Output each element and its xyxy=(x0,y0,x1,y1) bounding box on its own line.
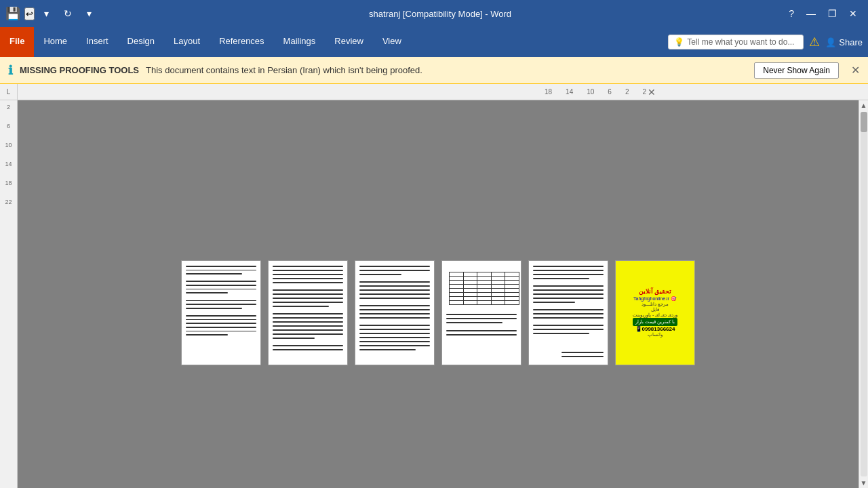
page-2[interactable] xyxy=(268,260,348,365)
dropdown-button[interactable]: ▾ xyxy=(39,7,54,20)
page-3[interactable] xyxy=(355,260,435,365)
ad-green-label: با کمترین قیمت بازار xyxy=(633,318,677,326)
main-area: 2 6 10 14 18 22 xyxy=(0,100,868,488)
ad-url: Tahghighonline.ir 🎯 xyxy=(633,296,677,302)
page-1[interactable] xyxy=(181,260,261,365)
document-area[interactable]: تحقیق آنلاین Tahghighonline.ir 🎯 مرجع دا… xyxy=(18,100,859,488)
tell-me-box[interactable]: 💡 Tell me what you want to do... xyxy=(668,35,804,49)
ruler-numbers: 18 14 10 6 2 2 ✕ xyxy=(239,88,646,96)
tab-insert[interactable]: Insert xyxy=(77,27,118,57)
ruler-corner[interactable]: L xyxy=(0,84,18,100)
ribbon: File Home Insert Design Layout Reference… xyxy=(0,27,868,57)
page-4-table xyxy=(449,272,519,305)
warning-icon: ⚠ xyxy=(809,35,820,49)
tab-layout[interactable]: Layout xyxy=(164,27,210,57)
page-6[interactable]: تحقیق آنلاین Tahghighonline.ir 🎯 مرجع دا… xyxy=(615,260,695,365)
page-2-content xyxy=(269,261,347,365)
ribbon-right: 💡 Tell me what you want to do... ⚠ 👤 Sha… xyxy=(668,27,868,57)
window-controls: ? — ❐ ✕ xyxy=(783,7,863,20)
scroll-thumb[interactable] xyxy=(861,112,867,132)
ad-text-3: وردی دی.ای - پاورپوینت xyxy=(633,312,677,318)
save-icon[interactable]: 💾 xyxy=(5,6,20,21)
tab-mailings[interactable]: Mailings xyxy=(274,27,326,57)
close-button[interactable]: ✕ xyxy=(844,7,863,20)
notification-bar: ℹ MISSING PROOFING TOOLS This document c… xyxy=(0,57,868,84)
tab-design[interactable]: Design xyxy=(118,27,164,57)
tab-file[interactable]: File xyxy=(0,27,34,57)
info-icon: ℹ xyxy=(8,63,13,78)
page-4[interactable] xyxy=(441,260,521,365)
page-3-content xyxy=(355,261,434,365)
ruler-marker: ✕ xyxy=(648,87,656,98)
pages-row: تحقیق آنلاین Tahghighonline.ir 🎯 مرجع دا… xyxy=(181,260,695,365)
ad-text-2: فایل xyxy=(651,307,659,312)
tab-references[interactable]: References xyxy=(210,27,273,57)
never-show-button[interactable]: Never Show Again xyxy=(754,62,839,79)
undo-button[interactable]: ↩ xyxy=(24,7,35,20)
tab-review[interactable]: Review xyxy=(325,27,373,57)
page-6-ad: تحقیق آنلاین Tahghighonline.ir 🎯 مرجع دا… xyxy=(616,261,694,365)
notification-message: This document contains text in Persian (… xyxy=(146,65,422,75)
vertical-ruler: 2 6 10 14 18 22 xyxy=(0,100,18,488)
ad-phone: 📱09981366624 xyxy=(635,326,675,332)
share-label: Share xyxy=(839,37,863,47)
tell-me-text: Tell me what you want to do... xyxy=(687,37,794,47)
customize-button[interactable]: ▾ xyxy=(81,7,97,20)
horizontal-ruler: 18 14 10 6 2 2 ✕ xyxy=(18,84,868,100)
lightbulb-icon: 💡 xyxy=(674,37,684,47)
help-button[interactable]: ? xyxy=(783,7,800,20)
ad-text-1: مرجع دانلـــود xyxy=(642,302,669,307)
page-1-content xyxy=(182,261,260,365)
scroll-up-arrow[interactable]: ▲ xyxy=(859,100,868,110)
tab-home[interactable]: Home xyxy=(34,27,77,57)
title-bar: 💾 ↩ ▾ ↻ ▾ shatranj [Compatibility Mode] … xyxy=(0,0,868,27)
window-title: shatranj [Compatibility Mode] - Word xyxy=(97,9,783,19)
notification-title: MISSING PROOFING TOOLS xyxy=(20,65,139,75)
right-scrollbar[interactable]: ▲ ▼ xyxy=(859,100,868,488)
page-4-content xyxy=(442,261,521,365)
minimize-button[interactable]: — xyxy=(801,7,821,20)
scroll-down-arrow[interactable]: ▼ xyxy=(859,478,868,488)
person-icon: 👤 xyxy=(825,37,836,47)
page-5[interactable] xyxy=(528,260,608,365)
scroll-track[interactable] xyxy=(861,112,867,476)
restore-button[interactable]: ❐ xyxy=(823,7,842,20)
ad-title: تحقیق آنلاین xyxy=(639,288,672,296)
notification-close-button[interactable]: ✕ xyxy=(851,64,860,77)
tab-view[interactable]: View xyxy=(373,27,411,57)
redo-button[interactable]: ↻ xyxy=(58,7,77,20)
title-bar-left: 💾 ↩ ▾ ↻ ▾ xyxy=(5,6,97,21)
page-5-content xyxy=(529,261,608,365)
ad-text-4: واتساپ xyxy=(648,332,663,338)
ruler-row: L 18 14 10 6 2 2 ✕ xyxy=(0,84,868,100)
share-button[interactable]: 👤 Share xyxy=(825,37,863,47)
